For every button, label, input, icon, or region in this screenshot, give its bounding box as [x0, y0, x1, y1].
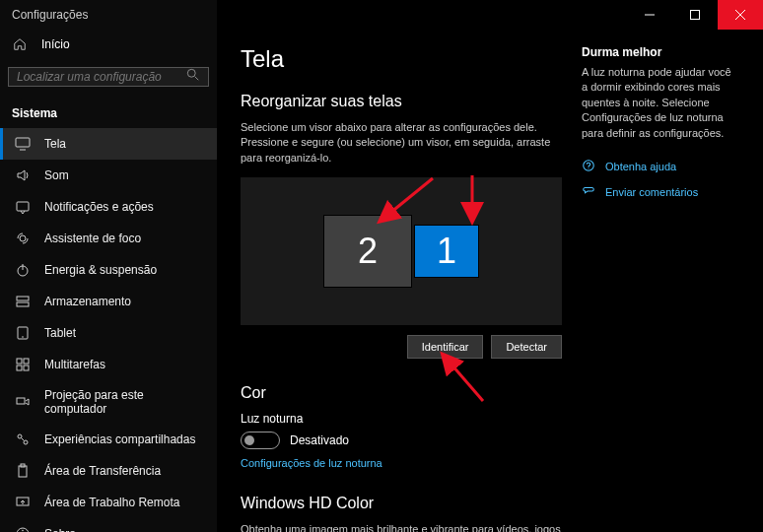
right-panel: Durma melhor A luz noturna pode ajudar v… — [582, 45, 739, 532]
tablet-icon — [15, 325, 31, 341]
sidebar-item-remote[interactable]: Área de Trabalho Remota — [0, 487, 217, 518]
sound-icon — [15, 167, 31, 183]
svg-line-30 — [390, 178, 433, 213]
sidebar-item-label: Assistente de foco — [44, 232, 141, 245]
sidebar-item-label: Multitarefas — [44, 358, 105, 371]
search-input[interactable] — [17, 70, 186, 84]
identify-button[interactable]: Identificar — [407, 335, 484, 359]
storage-icon — [15, 294, 31, 309]
night-light-settings-link[interactable]: Configurações de luz noturna — [241, 457, 562, 469]
remote-icon — [15, 495, 31, 510]
feedback-link[interactable]: Enviar comentários — [582, 184, 739, 200]
svg-point-29 — [22, 530, 24, 532]
notify-icon — [15, 199, 31, 215]
sidebar-item-label: Notificações e ações — [44, 200, 154, 214]
display-icon — [15, 136, 31, 152]
help-icon — [582, 159, 595, 174]
sidebar-item-label: Projeção para este computador — [44, 388, 205, 416]
aside-heading: Durma melhor — [582, 45, 739, 59]
main-content: Tela Reorganizar suas telas Selecione um… — [217, 0, 763, 532]
reorganize-heading: Reorganizar suas telas — [241, 93, 562, 110]
sidebar-item-label: Tablet — [44, 326, 76, 340]
home-icon — [12, 37, 28, 51]
aside-desc: A luz noturna pode ajudar você a dormir … — [582, 65, 739, 141]
sidebar-item-display[interactable]: Tela — [0, 128, 217, 160]
page-title: Tela — [241, 45, 562, 73]
reorganize-desc: Selecione um visor abaixo para alterar a… — [241, 120, 562, 166]
svg-rect-6 — [16, 138, 30, 147]
clipboard-icon — [15, 463, 31, 479]
night-light-label: Luz noturna — [241, 412, 562, 426]
sidebar-home-label: Início — [41, 37, 70, 51]
window-controls — [627, 0, 763, 30]
svg-point-22 — [24, 440, 28, 444]
svg-rect-24 — [19, 466, 27, 477]
sidebar-item-label: Sobre — [44, 527, 76, 532]
window-title: Configurações — [0, 8, 88, 22]
sidebar-item-shared[interactable]: Experiências compartilhadas — [0, 424, 217, 455]
sidebar-item-about[interactable]: Sobre — [0, 518, 217, 532]
sidebar-item-label: Área de Trabalho Remota — [44, 496, 179, 509]
titlebar: Configurações — [0, 0, 763, 30]
annotation-arrow — [457, 173, 487, 222]
search-icon — [186, 68, 200, 86]
svg-rect-18 — [17, 366, 22, 370]
hdcolor-desc: Obtenha uma imagem mais brilhante e vibr… — [241, 522, 562, 532]
sidebar-item-clipboard[interactable]: Área de Transferência — [0, 455, 217, 487]
shared-icon — [15, 432, 31, 447]
night-light-state: Desativado — [290, 433, 349, 447]
svg-point-21 — [18, 434, 22, 438]
project-icon — [15, 394, 31, 410]
detect-button[interactable]: Detectar — [491, 335, 562, 359]
sidebar-item-power[interactable]: Energia & suspensão — [0, 254, 217, 286]
sidebar-section-label: Sistema — [0, 99, 217, 128]
sidebar-item-label: Experiências compartilhadas — [44, 432, 195, 446]
minimize-button[interactable] — [627, 0, 672, 30]
sidebar-item-project[interactable]: Projeção para este computador — [0, 380, 217, 424]
sidebar-item-notify[interactable]: Notificações e ações — [0, 191, 217, 223]
sidebar-nav: TelaSomNotificações e açõesAssistente de… — [0, 128, 217, 532]
svg-line-23 — [22, 438, 25, 441]
svg-point-33 — [584, 161, 594, 171]
svg-point-15 — [22, 336, 24, 338]
color-heading: Cor — [241, 384, 562, 402]
svg-line-5 — [195, 77, 199, 81]
svg-rect-8 — [17, 202, 29, 211]
close-button[interactable] — [718, 0, 763, 30]
sidebar-item-label: Som — [44, 168, 69, 182]
svg-rect-16 — [17, 359, 22, 364]
get-help-link[interactable]: Obtenha ajuda — [582, 159, 739, 174]
svg-rect-17 — [24, 359, 29, 364]
monitor-1[interactable]: 1 — [414, 225, 479, 278]
about-icon — [15, 526, 31, 532]
svg-point-4 — [187, 69, 195, 77]
search-box[interactable] — [8, 67, 209, 87]
maximize-button[interactable] — [672, 0, 718, 30]
sidebar-item-label: Área de Transferência — [44, 464, 161, 478]
sidebar-item-focus[interactable]: Assistente de foco — [0, 223, 217, 254]
svg-rect-20 — [17, 398, 25, 404]
svg-point-9 — [20, 235, 26, 241]
sidebar-item-sound[interactable]: Som — [0, 160, 217, 191]
svg-rect-19 — [24, 366, 29, 370]
feedback-icon — [582, 184, 595, 200]
display-arrangement[interactable]: 2 1 — [241, 177, 562, 325]
sidebar-item-multitask[interactable]: Multitarefas — [0, 349, 217, 380]
svg-rect-1 — [691, 11, 700, 20]
svg-rect-12 — [17, 297, 29, 300]
monitor-2[interactable]: 2 — [323, 215, 412, 288]
sidebar-item-label: Armazenamento — [44, 295, 131, 308]
sidebar-item-storage[interactable]: Armazenamento — [0, 286, 217, 317]
power-icon — [15, 262, 31, 278]
sidebar-item-tablet[interactable]: Tablet — [0, 317, 217, 349]
sidebar-item-label: Energia & suspensão — [44, 263, 157, 277]
display-button-row: Identificar Detectar — [241, 335, 562, 359]
multitask-icon — [15, 357, 31, 372]
svg-rect-13 — [17, 302, 29, 306]
sidebar-item-label: Tela — [44, 137, 66, 151]
sidebar-home[interactable]: Início — [0, 30, 217, 59]
focus-icon — [15, 231, 31, 246]
sidebar: Início Sistema TelaSomNotificações e açõ… — [0, 0, 217, 532]
night-light-toggle[interactable] — [241, 432, 280, 449]
hdcolor-heading: Windows HD Color — [241, 495, 562, 512]
